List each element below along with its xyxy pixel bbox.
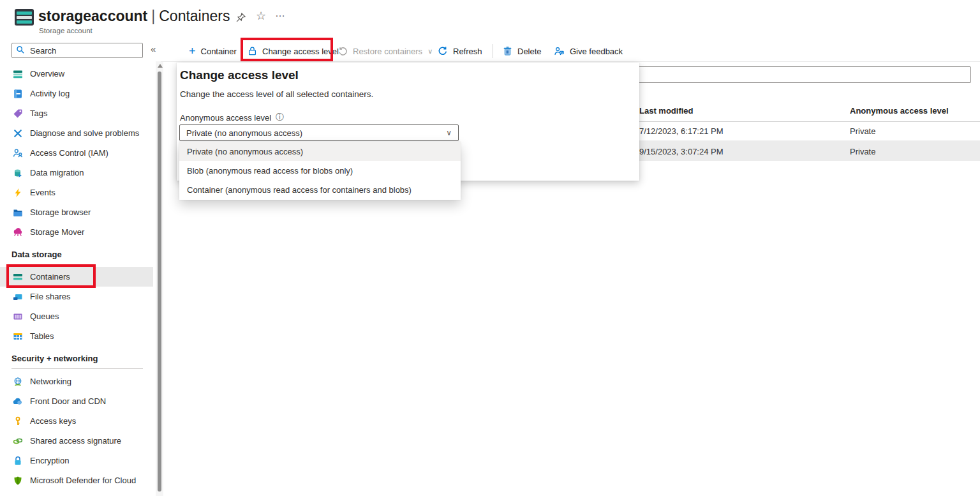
- column-header-last-modified[interactable]: Last modified: [639, 106, 694, 116]
- sidebar-item-tables[interactable]: Tables: [0, 326, 153, 346]
- refresh-icon: [438, 46, 448, 56]
- give-feedback-button[interactable]: Give feedback: [554, 44, 623, 58]
- sidebar-item-label: Access Control (IAM): [30, 148, 108, 158]
- title-separator: |: [147, 8, 159, 24]
- shared-access-signature-icon: [13, 436, 23, 446]
- sidebar-item-label: Networking: [30, 377, 71, 386]
- access-level-options-list: Private (no anonymous access) Blob (anon…: [179, 142, 461, 200]
- sidebar-item-encryption[interactable]: Encryption: [0, 451, 153, 470]
- refresh-button[interactable]: Refresh: [438, 44, 482, 58]
- resource-name: storageaccount: [38, 8, 147, 24]
- add-container-button[interactable]: + Container: [189, 44, 237, 58]
- section-data-storage: Data storage: [11, 250, 62, 259]
- sidebar-item-front-door-cdn[interactable]: Front Door and CDN: [0, 391, 153, 411]
- sidebar-item-label: Tags: [30, 109, 47, 118]
- sidebar-item-label: Diagnose and solve problems: [30, 128, 139, 138]
- dialog-title: Change access level: [180, 68, 299, 82]
- search-icon: [16, 45, 25, 56]
- sidebar-item-label: Microsoft Defender for Cloud: [30, 476, 136, 485]
- sidebar-item-diagnose[interactable]: Diagnose and solve problems: [0, 123, 153, 143]
- sidebar-item-shared-access-signature[interactable]: Shared access signature: [0, 431, 153, 451]
- change-access-level-button[interactable]: Change access level: [248, 44, 339, 58]
- storage-mover-icon: [13, 227, 23, 237]
- data-migration-icon: [13, 168, 23, 178]
- storage-account-logo-icon: [14, 8, 34, 27]
- sidebar-item-label: Access keys: [30, 416, 76, 426]
- sidebar-search[interactable]: [11, 43, 143, 58]
- sidebar-item-label: Activity log: [30, 89, 70, 98]
- sidebar-item-label: Events: [30, 188, 56, 197]
- sidebar-item-label: Front Door and CDN: [30, 396, 106, 406]
- sidebar-item-label: Shared access signature: [30, 436, 121, 446]
- field-label-text: Anonymous access level: [180, 113, 271, 123]
- sidebar-item-queues[interactable]: Queues: [0, 306, 153, 326]
- sidebar-item-storage-mover[interactable]: Storage Mover: [0, 222, 153, 242]
- more-options-icon[interactable]: …: [275, 8, 286, 19]
- dialog-description: Change the access level of all selected …: [180, 89, 373, 99]
- storage-browser-icon: [13, 207, 23, 218]
- azure-portal-page: storageaccount|Containers ☆ … Storage ac…: [0, 0, 980, 496]
- sidebar-item-access-keys[interactable]: Access keys: [0, 411, 153, 431]
- column-header-access-level[interactable]: Anonymous access level: [850, 106, 949, 116]
- overview-icon: [13, 69, 23, 79]
- search-input[interactable]: [29, 45, 144, 56]
- toolbar-separator: [493, 44, 493, 58]
- row2-access-level: Private: [850, 147, 875, 156]
- info-icon[interactable]: ⓘ: [276, 112, 284, 123]
- sidebar-item-access-control[interactable]: Access Control (IAM): [0, 143, 153, 163]
- sidebar-item-label: Queues: [30, 312, 59, 321]
- activity-log-icon: [13, 89, 23, 99]
- chevron-down-icon: ∨: [446, 128, 452, 137]
- restore-icon: [338, 47, 348, 56]
- option-blob[interactable]: Blob (anonymous read access for blobs on…: [179, 161, 461, 180]
- access-control-icon: [13, 148, 23, 158]
- restore-containers-label: Restore containers: [353, 47, 422, 56]
- row1-access-level: Private: [850, 126, 875, 136]
- sidebar-item-data-migration[interactable]: Data migration: [0, 163, 153, 183]
- access-level-dropdown[interactable]: Private (no anonymous access) ∨: [179, 124, 459, 141]
- sidebar-item-label: Overview: [30, 69, 64, 79]
- sidebar-item-label: Encryption: [30, 456, 69, 465]
- sidebar-item-events[interactable]: Events: [0, 183, 153, 202]
- file-shares-icon: [13, 292, 23, 302]
- queues-icon: [13, 312, 23, 322]
- blade-name: Containers: [159, 8, 230, 24]
- favorite-star-icon[interactable]: ☆: [256, 11, 266, 22]
- containers-icon: [13, 272, 23, 282]
- sidebar-item-networking[interactable]: Networking: [0, 372, 153, 391]
- encryption-lock-icon: [13, 456, 23, 466]
- sidebar-item-overview[interactable]: Overview: [0, 64, 153, 84]
- scrollbar-up-arrow[interactable]: [158, 64, 163, 68]
- delete-label: Delete: [517, 47, 542, 56]
- sidebar-item-label: Tables: [30, 331, 54, 341]
- section-divider: [11, 368, 143, 369]
- option-container[interactable]: Container (anonymous read access for con…: [179, 180, 461, 199]
- resource-type-subtitle: Storage account: [39, 27, 93, 34]
- section-security-networking: Security + networking: [11, 354, 98, 363]
- sidebar-item-label: Containers: [30, 272, 70, 282]
- pin-icon[interactable]: [235, 12, 246, 25]
- restore-containers-button: Restore containers ∨: [338, 44, 433, 58]
- delete-button[interactable]: Delete: [503, 44, 542, 58]
- diagnose-icon: [13, 128, 23, 139]
- networking-icon: [13, 377, 23, 387]
- sidebar-item-activity-log[interactable]: Activity log: [0, 84, 153, 103]
- sidebar-item-label: File shares: [30, 292, 71, 301]
- front-door-icon: [13, 396, 23, 407]
- defender-shield-icon: [13, 476, 23, 486]
- sidebar-scrollbar-thumb[interactable]: [158, 71, 161, 492]
- tables-icon: [13, 331, 23, 342]
- sidebar-item-tags[interactable]: Tags: [0, 103, 153, 123]
- sidebar-item-label: Storage browser: [30, 207, 91, 217]
- access-keys-icon: [13, 416, 23, 426]
- sidebar-item-storage-browser[interactable]: Storage browser: [0, 202, 153, 222]
- sidebar-item-defender[interactable]: Microsoft Defender for Cloud: [0, 470, 153, 490]
- add-container-label: Container: [201, 47, 237, 56]
- collapse-sidebar-icon[interactable]: «: [151, 43, 156, 54]
- change-access-level-label: Change access level: [262, 47, 339, 56]
- row1-last-modified: 7/12/2023, 6:17:21 PM: [639, 126, 724, 136]
- sidebar-item-containers[interactable]: Containers: [0, 267, 153, 287]
- sidebar-item-file-shares[interactable]: File shares: [0, 287, 153, 306]
- page-title: storageaccount|Containers: [38, 8, 230, 25]
- option-private[interactable]: Private (no anonymous access): [179, 142, 461, 161]
